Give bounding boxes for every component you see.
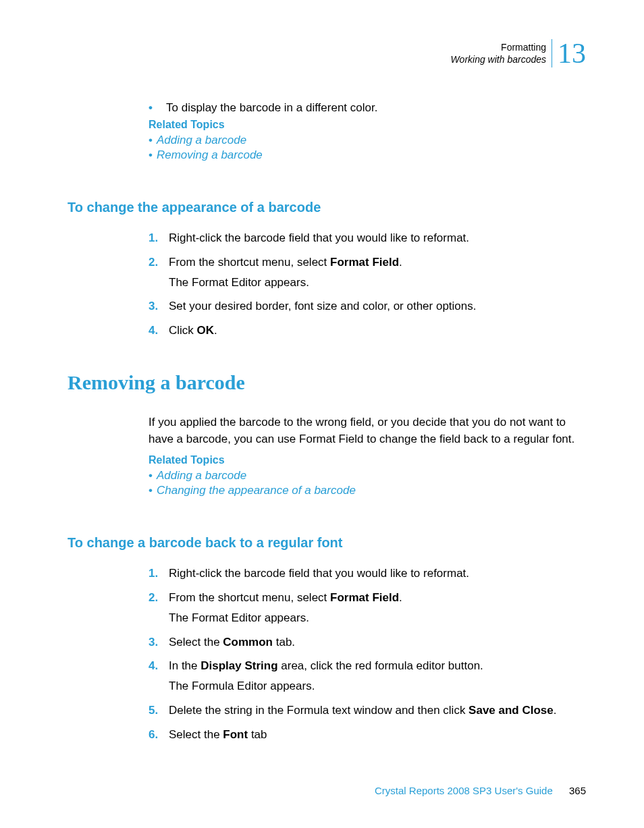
step-item: 4. In the Display String area, click the…	[149, 658, 586, 694]
step-text: Click	[169, 324, 197, 337]
page-header: Formatting Working with barcodes 13	[68, 39, 586, 67]
bullet-icon: •	[149, 484, 153, 497]
page-footer: Crystal Reports 2008 SP3 User's Guide 36…	[375, 785, 586, 796]
step-number: 1.	[149, 230, 162, 246]
link-text: Adding a barcode	[157, 469, 246, 482]
subheading-change-back-font: To change a barcode back to a regular fo…	[68, 535, 586, 551]
link-text: Changing the appearance of a barcode	[157, 484, 356, 497]
header-text: Formatting Working with barcodes	[450, 41, 546, 65]
step-item: 4. Click OK.	[149, 323, 586, 339]
paragraph: If you applied the barcode to the wrong …	[149, 414, 586, 447]
step-number: 4.	[149, 658, 162, 694]
step-item: 2. From the shortcut menu, select Format…	[149, 590, 586, 626]
header-inner: Formatting Working with barcodes 13	[450, 39, 586, 67]
step-text-after: .	[214, 324, 217, 337]
bullet-icon: •	[149, 101, 155, 115]
step-text: In the	[169, 659, 200, 672]
step-item: 2. From the shortcut menu, select Format…	[149, 254, 586, 291]
step-bold: Font	[223, 728, 248, 741]
step-body: Select the Common tab.	[169, 634, 586, 651]
step-result: The Format Editor appears.	[169, 275, 586, 291]
step-body: Right-click the barcode field that you w…	[169, 230, 586, 246]
step-text-after: .	[399, 591, 402, 604]
header-section-name: Working with barcodes	[450, 53, 546, 65]
step-result: The Formula Editor appears.	[169, 678, 586, 694]
document-page: Formatting Working with barcodes 13 • To…	[0, 0, 644, 785]
step-body: Right-click the barcode field that you w…	[169, 565, 586, 582]
heading-removing-barcode: Removing a barcode	[68, 371, 586, 394]
step-number: 1.	[149, 565, 162, 582]
step-item: 5. Delete the string in the Formula text…	[149, 702, 586, 719]
intro-content: • To display the barcode in a different …	[149, 101, 586, 162]
link-text: Adding a barcode	[157, 134, 246, 147]
related-link-item[interactable]: • Removing a barcode	[149, 148, 586, 162]
step-body: Click OK.	[169, 323, 586, 339]
step-item: 1. Right-click the barcode field that yo…	[149, 230, 586, 246]
related-link-item[interactable]: • Changing the appearance of a barcode	[149, 484, 586, 497]
step-text-after: area, click the red formula editor butto…	[278, 659, 483, 672]
step-bold: Format Field	[330, 256, 399, 269]
step-body: Select the Font tab	[169, 727, 586, 743]
chapter-number: 13	[558, 39, 586, 67]
step-number: 2.	[149, 254, 162, 291]
step-bold: Display String	[200, 659, 277, 672]
steps-section1: 1. Right-click the barcode field that yo…	[149, 230, 586, 339]
step-body: From the shortcut menu, select Format Fi…	[169, 590, 586, 626]
step-body: In the Display String area, click the re…	[169, 658, 586, 694]
step-text-after: tab	[248, 728, 267, 741]
step-number: 3.	[149, 298, 162, 314]
steps-section2: 1. Right-click the barcode field that yo…	[149, 565, 586, 742]
step-text-after: tab.	[273, 636, 295, 648]
bullet-item: • To display the barcode in a different …	[149, 101, 586, 115]
step-number: 2.	[149, 590, 162, 626]
step-bold: Save and Close	[468, 704, 554, 717]
bullet-icon: •	[149, 134, 153, 147]
step-text: Select the	[169, 728, 223, 741]
related-link-item[interactable]: • Adding a barcode	[149, 134, 586, 147]
bullet-icon: •	[149, 469, 153, 482]
step-bold: Common	[223, 636, 273, 648]
related-topics-heading: Related Topics	[149, 454, 586, 466]
footer-title: Crystal Reports 2008 SP3 User's Guide	[375, 785, 553, 796]
step-number: 4.	[149, 323, 162, 339]
header-divider	[552, 39, 552, 67]
step-bold: OK	[197, 324, 215, 337]
step-number: 5.	[149, 702, 162, 719]
step-item: 3. Set your desired border, font size an…	[149, 298, 586, 314]
step-number: 3.	[149, 634, 162, 651]
step-item: 3. Select the Common tab.	[149, 634, 586, 651]
step-body: From the shortcut menu, select Format Fi…	[169, 254, 586, 291]
bullet-text: To display the barcode in a different co…	[166, 101, 377, 115]
bullet-icon: •	[149, 148, 153, 162]
link-text: Removing a barcode	[157, 148, 263, 162]
step-bold: Format Field	[330, 591, 399, 604]
step-item: 1. Right-click the barcode field that yo…	[149, 565, 586, 582]
step-body: Delete the string in the Formula text wi…	[169, 702, 586, 719]
page-number: 365	[569, 785, 586, 796]
step-result: The Format Editor appears.	[169, 610, 586, 626]
step-text-after: .	[399, 256, 402, 269]
step-text: Delete the string in the Formula text wi…	[169, 704, 468, 717]
header-chapter-name: Formatting	[450, 41, 546, 53]
step-text: From the shortcut menu, select	[169, 591, 330, 604]
step-text-after: .	[554, 704, 557, 717]
related-topics-heading: Related Topics	[149, 119, 586, 131]
step-item: 6. Select the Font tab	[149, 727, 586, 743]
section2-content: If you applied the barcode to the wrong …	[149, 414, 586, 497]
related-link-item[interactable]: • Adding a barcode	[149, 469, 586, 482]
subheading-change-appearance: To change the appearance of a barcode	[68, 200, 586, 215]
step-text: Select the	[169, 636, 223, 648]
step-number: 6.	[149, 727, 162, 743]
step-body: Set your desired border, font size and c…	[169, 298, 586, 314]
step-text: From the shortcut menu, select	[169, 256, 330, 269]
